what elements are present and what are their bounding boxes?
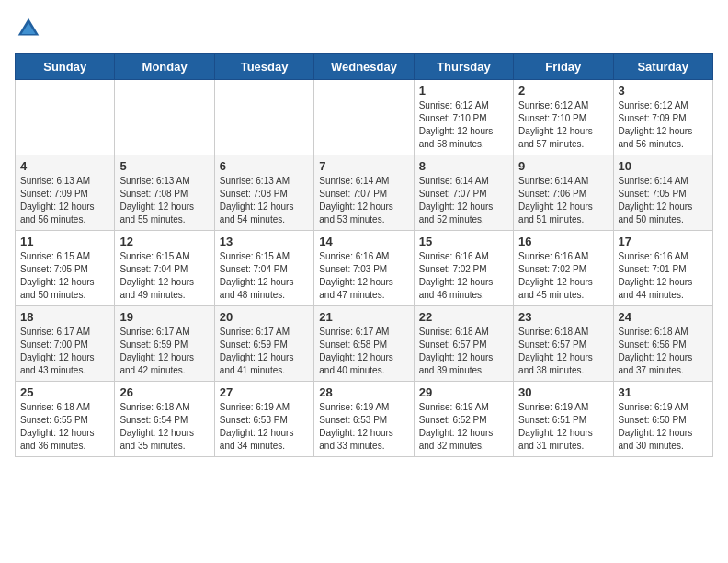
day-info: Sunrise: 6:19 AM Sunset: 6:52 PM Dayligh…	[419, 401, 508, 453]
calendar-week-0: 1Sunrise: 6:12 AM Sunset: 7:10 PM Daylig…	[16, 80, 713, 155]
day-number: 30	[518, 385, 608, 399]
day-header-saturday: Saturday	[613, 54, 712, 80]
day-number: 29	[419, 385, 508, 399]
day-info: Sunrise: 6:13 AM Sunset: 7:09 PM Dayligh…	[20, 175, 109, 226]
calendar-cell: 21Sunrise: 6:17 AM Sunset: 6:58 PM Dayli…	[314, 306, 414, 382]
day-number: 25	[20, 385, 109, 399]
day-number: 9	[518, 159, 608, 173]
day-info: Sunrise: 6:17 AM Sunset: 7:00 PM Dayligh…	[20, 326, 109, 377]
day-header-monday: Monday	[115, 54, 214, 80]
day-number: 8	[419, 159, 508, 173]
calendar-week-1: 4Sunrise: 6:13 AM Sunset: 7:09 PM Daylig…	[16, 155, 713, 231]
day-number: 17	[619, 235, 708, 248]
calendar-cell: 10Sunrise: 6:14 AM Sunset: 7:05 PM Dayli…	[613, 155, 712, 231]
calendar-cell: 11Sunrise: 6:15 AM Sunset: 7:05 PM Dayli…	[16, 231, 115, 306]
day-number: 6	[220, 159, 309, 173]
day-info: Sunrise: 6:12 AM Sunset: 7:10 PM Dayligh…	[419, 99, 508, 151]
calendar-cell: 3Sunrise: 6:12 AM Sunset: 7:09 PM Daylig…	[613, 80, 712, 155]
day-number: 14	[319, 235, 408, 248]
day-info: Sunrise: 6:13 AM Sunset: 7:08 PM Dayligh…	[220, 175, 309, 226]
calendar-week-2: 11Sunrise: 6:15 AM Sunset: 7:05 PM Dayli…	[16, 231, 713, 306]
day-number: 5	[119, 159, 209, 173]
day-number: 23	[518, 310, 608, 324]
logo	[15, 15, 46, 42]
day-header-friday: Friday	[514, 54, 613, 80]
day-number: 16	[518, 235, 608, 248]
day-header-tuesday: Tuesday	[214, 54, 313, 80]
calendar-cell: 8Sunrise: 6:14 AM Sunset: 7:07 PM Daylig…	[414, 155, 513, 231]
day-info: Sunrise: 6:19 AM Sunset: 6:53 PM Dayligh…	[220, 401, 309, 453]
day-info: Sunrise: 6:14 AM Sunset: 7:07 PM Dayligh…	[419, 175, 508, 226]
calendar-cell	[314, 80, 414, 155]
day-info: Sunrise: 6:14 AM Sunset: 7:07 PM Dayligh…	[319, 175, 408, 226]
logo-icon	[15, 15, 42, 42]
day-info: Sunrise: 6:17 AM Sunset: 6:59 PM Dayligh…	[220, 326, 309, 377]
calendar-week-3: 18Sunrise: 6:17 AM Sunset: 7:00 PM Dayli…	[16, 306, 713, 382]
calendar-cell: 15Sunrise: 6:16 AM Sunset: 7:02 PM Dayli…	[414, 231, 513, 306]
day-info: Sunrise: 6:19 AM Sunset: 6:53 PM Dayligh…	[319, 401, 408, 453]
day-info: Sunrise: 6:14 AM Sunset: 7:06 PM Dayligh…	[518, 175, 608, 226]
calendar-cell: 6Sunrise: 6:13 AM Sunset: 7:08 PM Daylig…	[214, 155, 313, 231]
calendar-header-row: SundayMondayTuesdayWednesdayThursdayFrid…	[16, 54, 713, 80]
calendar-cell: 4Sunrise: 6:13 AM Sunset: 7:09 PM Daylig…	[16, 155, 115, 231]
calendar-cell: 23Sunrise: 6:18 AM Sunset: 6:57 PM Dayli…	[514, 306, 613, 382]
calendar-cell	[115, 80, 214, 155]
day-info: Sunrise: 6:18 AM Sunset: 6:54 PM Dayligh…	[119, 401, 209, 453]
calendar-table: SundayMondayTuesdayWednesdayThursdayFrid…	[15, 53, 713, 457]
day-info: Sunrise: 6:19 AM Sunset: 6:50 PM Dayligh…	[619, 401, 708, 453]
day-info: Sunrise: 6:18 AM Sunset: 6:55 PM Dayligh…	[20, 401, 109, 453]
day-number: 11	[20, 235, 109, 248]
calendar-cell: 31Sunrise: 6:19 AM Sunset: 6:50 PM Dayli…	[613, 382, 712, 457]
calendar-cell: 24Sunrise: 6:18 AM Sunset: 6:56 PM Dayli…	[613, 306, 712, 382]
day-number: 1	[419, 84, 508, 98]
day-info: Sunrise: 6:16 AM Sunset: 7:02 PM Dayligh…	[419, 250, 508, 302]
day-number: 12	[119, 235, 209, 248]
calendar-week-4: 25Sunrise: 6:18 AM Sunset: 6:55 PM Dayli…	[16, 382, 713, 457]
calendar-cell: 14Sunrise: 6:16 AM Sunset: 7:03 PM Dayli…	[314, 231, 414, 306]
calendar-cell: 26Sunrise: 6:18 AM Sunset: 6:54 PM Dayli…	[115, 382, 214, 457]
calendar-cell: 20Sunrise: 6:17 AM Sunset: 6:59 PM Dayli…	[214, 306, 313, 382]
day-info: Sunrise: 6:12 AM Sunset: 7:10 PM Dayligh…	[518, 99, 608, 151]
calendar-cell: 27Sunrise: 6:19 AM Sunset: 6:53 PM Dayli…	[214, 382, 313, 457]
day-header-thursday: Thursday	[414, 54, 513, 80]
day-number: 27	[220, 385, 309, 399]
calendar-cell: 29Sunrise: 6:19 AM Sunset: 6:52 PM Dayli…	[414, 382, 513, 457]
calendar-cell: 17Sunrise: 6:16 AM Sunset: 7:01 PM Dayli…	[613, 231, 712, 306]
calendar-cell: 28Sunrise: 6:19 AM Sunset: 6:53 PM Dayli…	[314, 382, 414, 457]
calendar-cell: 5Sunrise: 6:13 AM Sunset: 7:08 PM Daylig…	[115, 155, 214, 231]
calendar-cell: 18Sunrise: 6:17 AM Sunset: 7:00 PM Dayli…	[16, 306, 115, 382]
day-number: 13	[220, 235, 309, 248]
day-info: Sunrise: 6:16 AM Sunset: 7:03 PM Dayligh…	[319, 250, 408, 302]
calendar-cell: 19Sunrise: 6:17 AM Sunset: 6:59 PM Dayli…	[115, 306, 214, 382]
day-info: Sunrise: 6:16 AM Sunset: 7:01 PM Dayligh…	[619, 250, 708, 302]
day-number: 26	[119, 385, 209, 399]
day-info: Sunrise: 6:15 AM Sunset: 7:04 PM Dayligh…	[119, 250, 209, 302]
day-number: 2	[518, 84, 608, 98]
day-info: Sunrise: 6:18 AM Sunset: 6:56 PM Dayligh…	[619, 326, 708, 377]
calendar-cell: 2Sunrise: 6:12 AM Sunset: 7:10 PM Daylig…	[514, 80, 613, 155]
day-number: 7	[319, 159, 408, 173]
calendar-cell: 9Sunrise: 6:14 AM Sunset: 7:06 PM Daylig…	[514, 155, 613, 231]
calendar-cell: 13Sunrise: 6:15 AM Sunset: 7:04 PM Dayli…	[214, 231, 313, 306]
day-number: 24	[619, 310, 708, 324]
day-info: Sunrise: 6:18 AM Sunset: 6:57 PM Dayligh…	[518, 326, 608, 377]
day-number: 4	[20, 159, 109, 173]
calendar-cell: 7Sunrise: 6:14 AM Sunset: 7:07 PM Daylig…	[314, 155, 414, 231]
day-number: 15	[419, 235, 508, 248]
day-info: Sunrise: 6:17 AM Sunset: 6:59 PM Dayligh…	[119, 326, 209, 377]
day-info: Sunrise: 6:12 AM Sunset: 7:09 PM Dayligh…	[619, 99, 708, 151]
day-info: Sunrise: 6:15 AM Sunset: 7:04 PM Dayligh…	[220, 250, 309, 302]
page-header	[15, 15, 713, 42]
day-number: 20	[220, 310, 309, 324]
day-number: 31	[619, 385, 708, 399]
calendar-cell: 22Sunrise: 6:18 AM Sunset: 6:57 PM Dayli…	[414, 306, 513, 382]
day-info: Sunrise: 6:19 AM Sunset: 6:51 PM Dayligh…	[518, 401, 608, 453]
day-number: 28	[319, 385, 408, 399]
day-number: 21	[319, 310, 408, 324]
calendar-cell	[16, 80, 115, 155]
day-info: Sunrise: 6:17 AM Sunset: 6:58 PM Dayligh…	[319, 326, 408, 377]
calendar-cell: 25Sunrise: 6:18 AM Sunset: 6:55 PM Dayli…	[16, 382, 115, 457]
calendar-cell: 12Sunrise: 6:15 AM Sunset: 7:04 PM Dayli…	[115, 231, 214, 306]
day-number: 3	[619, 84, 708, 98]
day-info: Sunrise: 6:14 AM Sunset: 7:05 PM Dayligh…	[619, 175, 708, 226]
